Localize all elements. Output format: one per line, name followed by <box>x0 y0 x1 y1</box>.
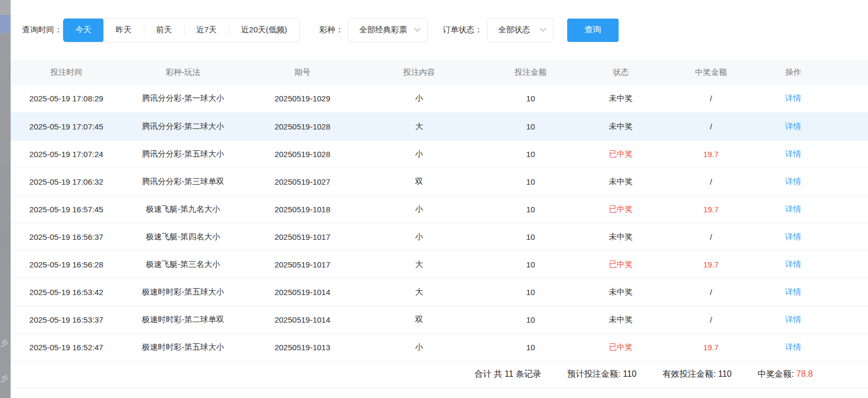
cell-bet-amount: 10 <box>478 306 584 333</box>
table-row: 2025-05-19 16:52:47 极速时时彩-第五球大小 20250519… <box>11 333 868 361</box>
order-status-value: 全部状态 <box>498 25 530 35</box>
time-filter-option-4[interactable]: 近20天(低频) <box>229 19 299 42</box>
cell-status: 未中奖 <box>584 168 658 195</box>
cell-status: 未中奖 <box>584 306 658 333</box>
time-filter-option-2[interactable]: 前天 <box>144 19 184 42</box>
cell-issue-no: 20250519-1029 <box>244 85 361 113</box>
cell-game-play: 极速飞艇-第四名大小 <box>122 223 244 250</box>
column-header: 期号 <box>244 60 361 85</box>
cell-bet-amount: 10 <box>478 278 584 306</box>
cell-status: 已中奖 <box>584 250 658 278</box>
cell-game-play: 极速飞艇-第九名大小 <box>122 195 244 223</box>
cell-issue-no: 20250519-1017 <box>244 250 361 278</box>
records-table: 投注时间彩种-玩法期号投注内容投注金额状态中奖金额操作 2025-05-19 1… <box>11 60 868 361</box>
detail-link[interactable]: 详情 <box>785 93 801 102</box>
cell-status: 未中奖 <box>584 278 658 306</box>
cell-prize: 19.7 <box>658 195 764 223</box>
detail-link[interactable]: 详情 <box>785 342 801 351</box>
cell-action: 详情 <box>764 195 822 223</box>
cell-issue-no: 20250519-1018 <box>244 195 361 223</box>
cell-action: 详情 <box>764 113 822 140</box>
cell-bet-time: 2025-05-19 17:06:32 <box>11 168 122 195</box>
cell-action: 详情 <box>764 250 822 278</box>
cell-issue-no: 20250519-1017 <box>244 223 361 250</box>
table-row: 2025-05-19 16:57:45 极速飞艇-第九名大小 20250519-… <box>11 195 868 223</box>
cell-game-play: 腾讯分分彩-第五球大小 <box>122 140 244 168</box>
sidebar-edge: 彡 彡 <box>0 0 11 398</box>
column-header: 彩种-玩法 <box>122 60 244 85</box>
detail-link[interactable]: 详情 <box>785 287 801 296</box>
detail-link[interactable]: 详情 <box>785 149 801 158</box>
cell-bet-content: 双 <box>361 168 478 195</box>
cell-filler <box>822 85 868 113</box>
table-header-row: 投注时间彩种-玩法期号投注内容投注金额状态中奖金额操作 <box>11 60 868 85</box>
summary-prize-value: 78.8 <box>796 369 813 378</box>
cell-status: 已中奖 <box>584 333 658 361</box>
cell-game-play: 腾讯分分彩-第二球大小 <box>122 113 244 140</box>
cell-filler <box>822 333 868 361</box>
time-filter-option-0[interactable]: 今天 <box>63 19 103 42</box>
cell-bet-content: 小 <box>361 195 478 223</box>
cell-bet-amount: 10 <box>478 333 584 361</box>
cell-bet-amount: 10 <box>478 223 584 250</box>
query-time-label: 查询时间： <box>22 25 62 35</box>
time-filter-option-3[interactable]: 近7天 <box>184 19 229 42</box>
detail-link[interactable]: 详情 <box>785 232 801 241</box>
cell-filler <box>822 195 868 223</box>
time-filter-group: 今天昨天前天近7天近20天(低频) <box>63 18 300 42</box>
table-row: 2025-05-19 16:53:42 极速时时彩-第五球大小 20250519… <box>11 278 868 306</box>
query-button[interactable]: 查询 <box>567 19 619 42</box>
detail-link[interactable]: 详情 <box>785 315 801 324</box>
column-header: 投注内容 <box>361 60 478 85</box>
detail-link[interactable]: 详情 <box>785 122 801 131</box>
column-header: 中奖金额 <box>658 60 764 85</box>
cell-bet-time: 2025-05-19 16:56:37 <box>11 223 122 250</box>
summary-valid-bet-label: 有效投注金额: <box>663 369 716 378</box>
lottery-type-select[interactable]: 全部经典彩票 <box>348 18 428 42</box>
cell-status: 未中奖 <box>584 85 658 113</box>
cell-bet-content: 小 <box>361 140 478 168</box>
cell-action: 详情 <box>764 140 822 168</box>
cell-prize: / <box>658 113 764 140</box>
table-body: 2025-05-19 17:08:29 腾讯分分彩-第一球大小 20250519… <box>11 85 868 361</box>
cell-action: 详情 <box>764 333 822 361</box>
cell-prize: / <box>658 223 764 250</box>
summary-total-records: 合计 共 11 条记录 <box>474 369 541 380</box>
cell-filler <box>822 223 868 250</box>
cell-filler <box>822 250 868 278</box>
cell-issue-no: 20250519-1028 <box>244 140 361 168</box>
cell-bet-content: 大 <box>361 250 478 278</box>
table-row: 2025-05-19 17:07:45 腾讯分分彩-第二球大小 20250519… <box>11 113 868 140</box>
summary-valid-bet-value: 110 <box>718 369 732 378</box>
summary-valid-bet: 有效投注金额: 110 <box>663 369 732 380</box>
cell-bet-content: 大 <box>361 113 478 140</box>
cell-action: 详情 <box>764 85 822 113</box>
cell-bet-time: 2025-05-19 16:52:47 <box>11 333 122 361</box>
table-row: 2025-05-19 16:53:37 极速时时彩-第二球单双 20250519… <box>11 306 868 333</box>
order-status-label: 订单状态： <box>442 25 482 35</box>
cell-bet-time: 2025-05-19 17:08:29 <box>11 85 122 113</box>
column-header-filler <box>822 60 868 85</box>
cell-bet-time: 2025-05-19 16:53:42 <box>11 278 122 306</box>
cell-issue-no: 20250519-1013 <box>244 333 361 361</box>
order-status-select[interactable]: 全部状态 <box>487 18 553 42</box>
cell-bet-content: 小 <box>361 85 478 113</box>
cell-bet-content: 双 <box>361 306 478 333</box>
summary-expected-bet-label: 预计投注金额: <box>567 369 620 378</box>
table-row: 2025-05-19 16:56:28 极速飞艇-第三名大小 20250519-… <box>11 250 868 278</box>
detail-link[interactable]: 详情 <box>785 177 801 186</box>
cell-bet-amount: 10 <box>478 113 584 140</box>
time-filter-option-1[interactable]: 昨天 <box>103 19 144 42</box>
detail-link[interactable]: 详情 <box>785 259 801 269</box>
cell-bet-content: 小 <box>361 223 478 250</box>
column-header: 操作 <box>764 60 822 85</box>
cell-filler <box>822 306 868 333</box>
detail-link[interactable]: 详情 <box>785 204 801 213</box>
cell-issue-no: 20250519-1027 <box>244 168 361 195</box>
chevron-down-icon <box>414 25 421 32</box>
betting-records-page: 查询时间： 今天昨天前天近7天近20天(低频) 彩种： 全部经典彩票 订单状态：… <box>11 0 868 388</box>
cell-bet-time: 2025-05-19 16:56:28 <box>11 250 122 278</box>
cell-action: 详情 <box>764 306 822 333</box>
table-row: 2025-05-19 17:06:32 腾讯分分彩-第三球单双 20250519… <box>11 168 868 195</box>
cell-prize: 19.7 <box>658 250 764 278</box>
